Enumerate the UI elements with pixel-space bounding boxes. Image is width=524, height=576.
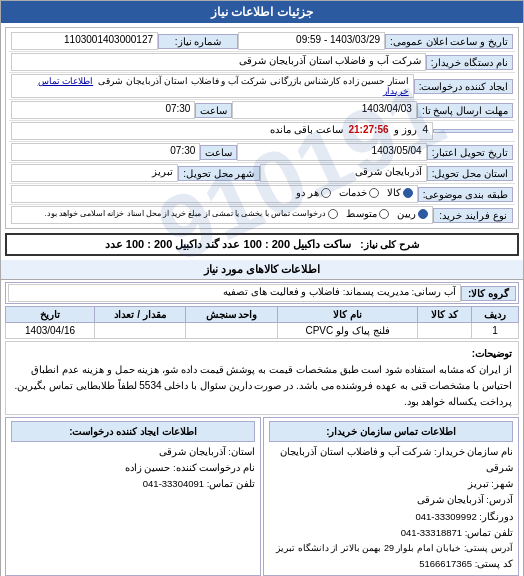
- cell-name: فلنج پیاک ولو CPVC: [277, 323, 417, 339]
- mohlat-time: 07:30: [11, 101, 195, 119]
- col-radif: ردیف: [472, 307, 519, 323]
- cell-qty: [95, 323, 186, 339]
- note-box: توضیحات: از ایران که مشابه استفاده شود ا…: [5, 341, 519, 415]
- sharh-kalay-label: شرح کلی نیاز:: [360, 239, 419, 250]
- requester-title: اطلاعات ایجاد کننده درخواست:: [11, 421, 255, 442]
- ostan-label: استان محل تحویل:: [427, 166, 513, 181]
- tabaghe-label: طبقه بندی موضوعی:: [418, 187, 513, 202]
- radio-riin[interactable]: [418, 209, 428, 219]
- cell-radif: 1: [472, 323, 519, 339]
- buyer-contact: اطلاعات تماس سازمان خریدار: نام سازمان خ…: [263, 417, 519, 576]
- radio-tamas[interactable]: [328, 209, 338, 219]
- option-hardo[interactable]: هر دو: [296, 187, 331, 198]
- ettelaat-kalay-title: اطلاعات کالاهای مورد نیاز: [1, 260, 523, 280]
- radio-motvaset[interactable]: [379, 209, 389, 219]
- main-container: 910191 جزئيات اطلاعات نياز تاریخ و ساعت …: [0, 0, 524, 576]
- data-table-wrapper: ردیف کد کالا نام کالا واحد سنجش مقدار / …: [5, 306, 519, 339]
- sharh-kalay-box: شرح کلی نیاز: ساکت داکبیل 200 : 100 عدد …: [5, 233, 519, 256]
- page-title: جزئيات اطلاعات نياز: [1, 1, 523, 23]
- tabaghe-options: کالا خدمات هر دو: [16, 187, 413, 198]
- shahr-label: شهر محل تحویل:: [178, 166, 259, 181]
- tabaghe-value: کالا خدمات هر دو: [11, 185, 418, 203]
- deadline-time: 07:30: [11, 143, 200, 161]
- buyer-code: کد پستی: 5166617365: [269, 556, 513, 572]
- nooe-label: نوع فرایند خرید:: [433, 208, 513, 223]
- option-kala[interactable]: کالا: [387, 187, 413, 198]
- buyer-city: شهر: تبریز: [269, 476, 513, 492]
- nooe-row: نوع فرایند خرید: ریین متوسط درخواست تماس…: [9, 205, 515, 225]
- buyer-address: آدرس: آذربایجان شرقی: [269, 492, 513, 508]
- buyer-tel: تلفن تماس: 33318871-041: [269, 525, 513, 541]
- days-label: [433, 129, 513, 133]
- top-info-section: تاریخ و ساعت اعلان عمومی: 1403/03/29 - 0…: [5, 27, 519, 229]
- requester-org: استان: آذربایجان شرقی: [11, 444, 255, 460]
- ostan-value: آذربایجان شرقی: [260, 164, 427, 182]
- shomara-row: تاریخ و ساعت اعلان عمومی: 1403/03/29 - 0…: [9, 31, 515, 52]
- radio-khadamat[interactable]: [369, 188, 379, 198]
- foreshandeh-row: نام دستگاه خریدار: شرکت آب و فاضلاب استا…: [9, 52, 515, 73]
- place-value: استار حسین زاده کارشناس بازرگانی شرکت آب…: [11, 74, 414, 98]
- nooe-value: ریین متوسط درخواست تماس با بخشی یا تمشی …: [11, 206, 433, 224]
- col-name: نام کالا: [277, 307, 417, 323]
- option-riin[interactable]: ریین: [397, 208, 428, 219]
- ostan-row: استان محل تحویل: آذربایجان شرقی شهر محل …: [9, 163, 515, 184]
- tarikh-value: 1403/03/29 - 09:59: [238, 32, 385, 50]
- requester-name: نام درخواست کننده: حسین زاده: [11, 460, 255, 476]
- contact-section: اطلاعات تماس سازمان خریدار: نام سازمان خ…: [5, 417, 519, 576]
- buyer-org: نام سازمان خریدار: شرکت آب و فاضلاب استا…: [269, 444, 513, 476]
- deadline-row: تاریخ تحویل اعتبار: 1403/05/04 ساعت 07:3…: [9, 142, 515, 163]
- buyer-contact-title: اطلاعات تماس سازمان خریدار:: [269, 421, 513, 442]
- deadline-label: تاریخ تحویل اعتبار:: [427, 145, 513, 160]
- cell-date: 1403/04/16: [6, 323, 95, 339]
- option-tamas[interactable]: درخواست تماس با بخشی یا تمشی از مبلغ خری…: [44, 209, 338, 219]
- option-motvaset[interactable]: متوسط: [346, 208, 389, 219]
- group-value: آب رسانی: مدیریت پسماند: فاضلاب و فعالیت…: [8, 284, 461, 302]
- radio-kala[interactable]: [403, 188, 413, 198]
- cell-kod: [418, 323, 472, 339]
- requester-contact: اطلاعات ایجاد کننده درخواست: استان: آذرب…: [5, 417, 261, 576]
- days-row: 4 روز و 21:27:56 ساعت باقی مانده: [9, 121, 515, 142]
- foreshandeh-label: نام دستگاه خریدار:: [426, 55, 513, 70]
- group-row: گروه کالا: آب رسانی: مدیریت پسماند: فاضل…: [5, 282, 519, 304]
- data-table: ردیف کد کالا نام کالا واحد سنجش مقدار / …: [5, 306, 519, 339]
- col-qty: مقدار / تعداد: [95, 307, 186, 323]
- buyer-postal: آدرس پستی: خیابان امام بلوار 29 بهمن بال…: [269, 541, 513, 556]
- tarikh-label: تاریخ و ساعت اعلان عمومی:: [385, 34, 513, 49]
- sharh-kalay-value: ساکت داکبیل 200 : 100 عدد گند داکبیل 200…: [105, 238, 351, 250]
- mohlat-date: 1403/04/03: [232, 101, 416, 119]
- cell-unit: [186, 323, 278, 339]
- buyer-phone: دورنگار: 33309992-041: [269, 509, 513, 525]
- saat-label2: ساعت: [200, 145, 237, 160]
- deadline-date: 1403/05/04: [237, 143, 426, 161]
- foreshandeh-value: شرکت آب و فاضلاب استان آذربایجان شرقی: [11, 53, 426, 71]
- place-label: ایجاد کننده درخواست:: [414, 79, 513, 94]
- tabaghe-row: طبقه بندی موضوعی: کالا خدمات هر دو: [9, 184, 515, 205]
- shomara-value: 1103001403000127: [11, 32, 158, 50]
- col-date: تاریخ: [6, 307, 95, 323]
- place-row: ایجاد کننده درخواست: استار حسین زاده کار…: [9, 73, 515, 100]
- requester-tel: تلفن تماس: 33304091-041: [11, 476, 255, 492]
- saat-label: ساعت: [195, 103, 232, 118]
- note-label: توضیحات:: [472, 348, 512, 359]
- remaining-time: 21:27:56: [349, 124, 389, 135]
- days-value: 4 روز و 21:27:56 ساعت باقی مانده: [11, 122, 433, 140]
- option-khadamat[interactable]: خدمات: [339, 187, 379, 198]
- radio-hardo[interactable]: [321, 188, 331, 198]
- nooe-options: ریین متوسط درخواست تماس با بخشی یا تمشی …: [16, 208, 428, 219]
- mohlat-label: مهلت ارسال پاسخ تا:: [417, 103, 513, 118]
- note-text: از ایران که مشابه استفاده شود است طبق مش…: [14, 364, 512, 407]
- shomara-label: شماره نیاز:: [158, 34, 238, 49]
- table-row: 1 فلنج پیاک ولو CPVC 1403/04/16: [6, 323, 519, 339]
- group-label: گروه کالا:: [461, 286, 516, 301]
- shahr-value: تبریز: [11, 164, 178, 182]
- col-unit: واحد سنجش: [186, 307, 278, 323]
- mohlat-row: مهلت ارسال پاسخ تا: 1403/04/03 ساعت 07:3…: [9, 100, 515, 121]
- col-kod: کد کالا: [418, 307, 472, 323]
